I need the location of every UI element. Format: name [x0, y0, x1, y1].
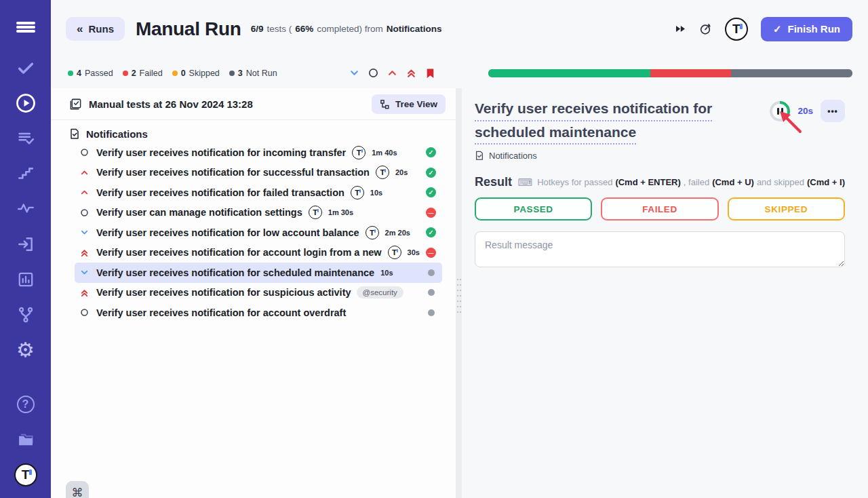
keyboard-icon: ⌨	[517, 176, 532, 189]
test-row[interactable]: Verify user receives notification for su…	[75, 283, 442, 303]
status-passed-badge	[426, 187, 436, 197]
automation-logo-icon: T	[352, 146, 366, 159]
test-detail-panel: Verify user receives notification for sc…	[462, 88, 868, 498]
finish-run-button[interactable]: ✓ Finish Run	[761, 17, 852, 41]
priority-filters	[349, 68, 435, 79]
test-duration: 10s	[370, 189, 382, 197]
failed-counter[interactable]: 2 Failed	[123, 69, 163, 78]
notrun-counter[interactable]: 3 Not Run	[229, 69, 277, 78]
tree-view-button[interactable]: Tree View	[372, 94, 446, 114]
failed-button[interactable]: FAILED	[601, 197, 718, 221]
skipped-counter[interactable]: 0 Skipped	[172, 69, 220, 78]
drag-handle[interactable]	[456, 277, 461, 315]
result-message-input[interactable]	[475, 231, 845, 267]
brand-logo-button[interactable]: T	[725, 18, 748, 41]
chart-icon[interactable]	[14, 267, 38, 292]
priority-critical-icon	[79, 288, 89, 297]
circle-priority-icon[interactable]	[368, 68, 378, 78]
command-shortcuts-button[interactable]: ⌘	[66, 481, 89, 498]
steps-icon[interactable]	[14, 161, 38, 186]
pause-timer-button[interactable]	[770, 101, 790, 121]
passed-counter[interactable]: 4 Passed	[68, 69, 113, 78]
status-notrun-badge	[428, 309, 436, 316]
automation-logo-icon: T	[366, 226, 379, 240]
test-row[interactable]: Verify user receives notification for ac…	[75, 303, 442, 323]
priority-high-icon	[79, 168, 89, 177]
top-right-actions: T ✓ Finish Run	[675, 17, 868, 41]
priority-low-icon	[79, 268, 89, 277]
test-row[interactable]: Verify user receives notification for fa…	[75, 183, 442, 203]
app-sidebar: ⚙ T	[0, 0, 51, 498]
passed-button[interactable]: PASSED	[475, 197, 592, 221]
help-icon[interactable]	[14, 392, 38, 417]
chevron-up-icon[interactable]	[387, 68, 397, 78]
check-icon: ✓	[773, 23, 782, 35]
pulse-icon[interactable]	[14, 197, 38, 221]
elapsed-time: 20s	[797, 106, 813, 116]
main-area: « Runs Manual Run 6/9 tests ( 66% comple…	[51, 0, 868, 498]
chevron-down-icon[interactable]	[349, 68, 359, 78]
tree-icon	[380, 99, 390, 109]
page-title: Manual Run	[136, 18, 241, 40]
status-bar: 4 Passed 2 Failed 0 Skipped 3 Not Run	[51, 58, 868, 88]
pause-icon	[772, 104, 787, 119]
login-icon[interactable]	[14, 232, 38, 256]
run-list-title: Manual tests at 26 Nov 2024 13:28	[89, 98, 253, 110]
back-to-runs-label: Runs	[88, 23, 114, 35]
fast-forward-icon[interactable]	[675, 24, 686, 34]
list-check-icon[interactable]	[14, 126, 38, 151]
test-row-selected[interactable]: Verify user receives notification for sc…	[75, 263, 442, 283]
test-duration: 20s	[395, 168, 408, 176]
test-tag: @security	[357, 286, 403, 299]
suite-group-label: Notifications	[86, 128, 148, 140]
percent-completed: 66%	[295, 24, 313, 34]
status-notrun-badge	[428, 269, 436, 276]
automation-logo-icon: T	[388, 246, 401, 259]
app-logo[interactable]: T	[14, 463, 38, 487]
priority-normal-icon	[79, 208, 89, 217]
test-row[interactable]: Verify user receives notification for ac…	[75, 243, 442, 263]
skipped-button[interactable]: SKIPPED	[728, 197, 845, 221]
result-header: Result ⌨ Hotkeys for passed (Cmd + ENTER…	[475, 175, 845, 189]
folder-icon[interactable]	[14, 427, 38, 452]
test-run-icon	[69, 98, 82, 111]
priority-normal-icon	[79, 308, 89, 317]
status-passed-badge	[426, 147, 436, 157]
bookmark-icon[interactable]	[425, 68, 435, 79]
list-panel-header: Manual tests at 26 Nov 2024 13:28 Tree V…	[51, 88, 456, 120]
play-circle-icon[interactable]	[14, 91, 38, 115]
test-row[interactable]: Verify user receives notification for lo…	[75, 223, 442, 243]
priority-critical-icon	[79, 248, 89, 257]
test-row[interactable]: Verify user receives notification for in…	[75, 142, 442, 163]
progress-passed-segment	[488, 69, 650, 77]
gear-icon[interactable]: ⚙	[14, 338, 38, 362]
menu-icon[interactable]	[14, 15, 38, 39]
failed-dot	[123, 71, 128, 76]
panel-resize-divider[interactable]	[456, 88, 462, 498]
test-list-panel: Manual tests at 26 Nov 2024 13:28 Tree V…	[51, 88, 456, 498]
branch-icon[interactable]	[14, 303, 38, 327]
top-bar: « Runs Manual Run 6/9 tests ( 66% comple…	[51, 0, 868, 58]
priority-normal-icon	[79, 148, 89, 157]
more-options-button[interactable]: •••	[821, 100, 845, 122]
test-row[interactable]: Verify user receives notification for su…	[75, 163, 442, 183]
chevrons-left-icon: «	[77, 23, 83, 35]
document-check-icon	[69, 128, 80, 140]
breadcrumb[interactable]: Notifications	[475, 151, 845, 161]
test-row[interactable]: Verify user can manage notification sett…	[75, 203, 442, 223]
passed-dot	[68, 71, 73, 76]
priority-high-icon	[79, 188, 89, 197]
chevrons-up-icon[interactable]	[406, 68, 416, 78]
status-failed-badge	[426, 248, 436, 258]
back-to-runs-button[interactable]: « Runs	[66, 17, 125, 41]
progress-notrun-segment	[731, 69, 852, 77]
suite-group-notifications[interactable]: Notifications	[69, 128, 456, 140]
test-title-editable[interactable]: Verify user receives notification for sc…	[475, 98, 766, 145]
notrun-dot	[229, 71, 235, 76]
check-icon[interactable]	[14, 56, 38, 80]
document-check-icon	[475, 151, 484, 161]
priority-low-icon	[79, 228, 89, 237]
test-duration: 2m 20s	[385, 229, 410, 237]
skipped-dot	[172, 71, 178, 76]
stopwatch-icon[interactable]	[699, 22, 712, 35]
